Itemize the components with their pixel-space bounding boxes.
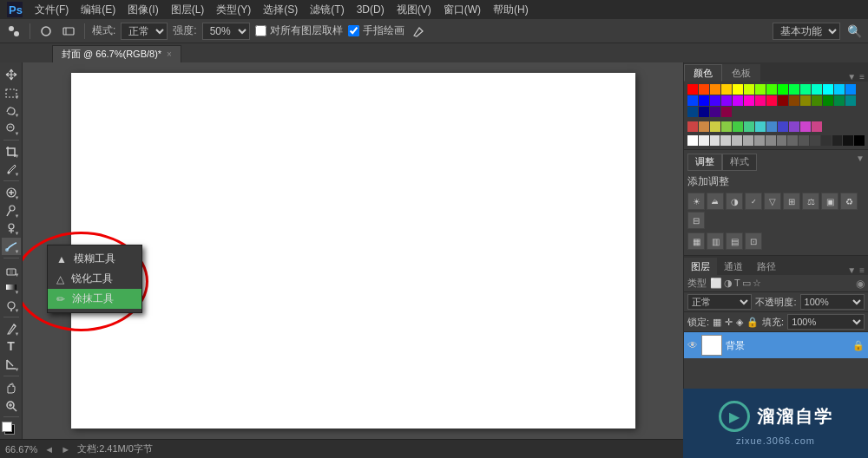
swatch-item-gray[interactable] [710,135,720,146]
hand-tool[interactable] [2,379,21,396]
swatch-item[interactable] [699,107,709,117]
heal-tool[interactable]: ▼ [2,184,21,201]
eraser-tool[interactable]: ▼ [2,261,21,278]
adj-curves[interactable]: ◑ [726,193,743,210]
eyedropper-tool[interactable]: ▼ [2,160,21,178]
adj-collapse[interactable]: ▼ [856,154,865,171]
filter-shape-icon[interactable]: ▭ [742,278,751,289]
swatch-item[interactable] [710,95,720,106]
gradient-tool[interactable]: ▼ [2,279,21,297]
tab-swatches[interactable]: 色板 [722,64,760,82]
swatch-item[interactable] [733,95,743,106]
swatch-item[interactable] [789,84,799,95]
swatch-item[interactable] [755,84,766,95]
swatch-item[interactable] [789,121,799,132]
swatch-item-gray[interactable] [687,135,698,146]
swatch-item[interactable] [812,84,822,95]
layers-collapse[interactable]: ▼ [847,265,859,275]
swatch-item[interactable] [834,84,845,95]
filter-smart-icon[interactable]: ☆ [753,278,761,289]
menu-filter[interactable]: 滤镜(T) [305,1,349,19]
adj-brightness[interactable]: ☀ [687,193,705,210]
text-tool[interactable]: T [2,338,21,356]
adj-levels[interactable]: ⛰ [707,193,724,210]
menu-help[interactable]: 帮助(H) [488,1,534,19]
swatch-item[interactable] [710,84,720,95]
tab-color[interactable]: 颜色 [684,64,722,82]
swatch-item[interactable] [845,95,856,106]
smudge-sharpen-tool-item[interactable]: △ 锐化工具 [48,269,141,289]
swatch-item[interactable] [766,95,777,106]
adj-channel-mixer[interactable]: ⊟ [687,212,705,229]
quick-select-tool[interactable]: ▼ [2,120,21,137]
swatch-item[interactable] [766,121,777,132]
lock-all-icon[interactable]: 🔒 [746,317,759,328]
swatch-item[interactable] [733,84,743,95]
swatch-item[interactable] [721,107,732,117]
path-select-tool[interactable]: ▼ [2,356,21,373]
swatch-item[interactable] [778,95,788,106]
swatch-item[interactable] [687,107,698,117]
color-panel-collapse[interactable]: ▼ [847,72,856,82]
swatch-item[interactable] [721,95,732,106]
adj-posterize[interactable]: ▤ [726,232,743,250]
swatch-item[interactable] [834,95,845,106]
adj-bw[interactable]: ▣ [821,193,838,210]
smudge-tool-item[interactable]: ✏ 涂抹工具 [48,289,141,309]
menu-type[interactable]: 类型(Y) [211,1,256,19]
fill-select[interactable]: 100% [787,314,865,330]
brush-size-icon[interactable] [37,23,55,40]
lock-artboard-icon[interactable]: ◈ [736,317,743,328]
tool-preset-icon[interactable] [5,23,23,40]
swatch-item-gray[interactable] [799,135,809,146]
swatch-item[interactable] [744,95,754,106]
tab-close-button[interactable]: × [167,49,172,59]
layer-row-background[interactable]: 👁 背景 🔒 [684,332,868,358]
swatch-item[interactable] [710,121,720,132]
swatch-item-gray[interactable] [777,135,787,146]
crop-tool[interactable]: ▼ [2,143,21,160]
menu-image[interactable]: 图像(I) [122,1,163,19]
menu-view[interactable]: 视图(V) [391,1,437,19]
swatch-item[interactable] [845,84,856,95]
filter-text-icon[interactable]: T [734,278,740,289]
swatch-item-gray[interactable] [832,135,843,146]
adj-color-balance[interactable]: ⚖ [802,193,819,210]
adj-threshold[interactable]: ⊡ [745,232,762,250]
swatch-item[interactable] [778,84,788,95]
adj-photo-filter[interactable]: ♻ [840,193,858,210]
clone-tool[interactable]: ▼ [2,220,21,238]
swatch-item[interactable] [687,121,698,132]
swatch-item[interactable] [687,84,698,95]
swatch-item[interactable] [800,84,811,95]
swatch-item-gray[interactable] [843,135,853,146]
adj-color-lookup[interactable]: ▦ [687,232,705,250]
adj-hsl[interactable]: ⊞ [783,193,800,210]
mode-select[interactable]: 正常 [121,23,168,40]
blend-mode-select[interactable]: 正常 [687,294,752,310]
adj-invert[interactable]: ▥ [707,232,724,250]
lock-position-icon[interactable]: ✛ [725,317,733,328]
swatch-item-gray[interactable] [810,135,820,146]
swatch-item[interactable] [744,84,754,95]
swatch-item-gray[interactable] [732,135,742,146]
swatch-item-gray[interactable] [821,135,832,146]
swatch-item[interactable] [823,84,833,95]
sample-all-layers-checkbox[interactable] [255,25,266,36]
adj-exposure[interactable]: ✓ [745,193,762,210]
menu-file[interactable]: 文件(F) [30,1,74,19]
swatch-item[interactable] [789,95,799,106]
swatch-item[interactable] [778,121,788,132]
marquee-tool[interactable]: ▼ ▼ [2,84,21,101]
tab-channels[interactable]: 通道 [717,258,750,275]
filter-adj-icon[interactable]: ◑ [724,278,733,289]
swatch-item[interactable] [766,84,777,95]
swatch-item[interactable] [699,84,709,95]
finger-paint-checkbox[interactable] [348,25,359,36]
brush-tool-icon[interactable] [410,23,427,40]
swatch-item[interactable] [721,121,732,132]
swatch-item[interactable] [733,121,743,132]
swatch-item[interactable] [800,121,811,132]
status-arrow-left[interactable]: ◄ [44,444,54,455]
lasso-tool[interactable]: ▼ [2,101,21,119]
